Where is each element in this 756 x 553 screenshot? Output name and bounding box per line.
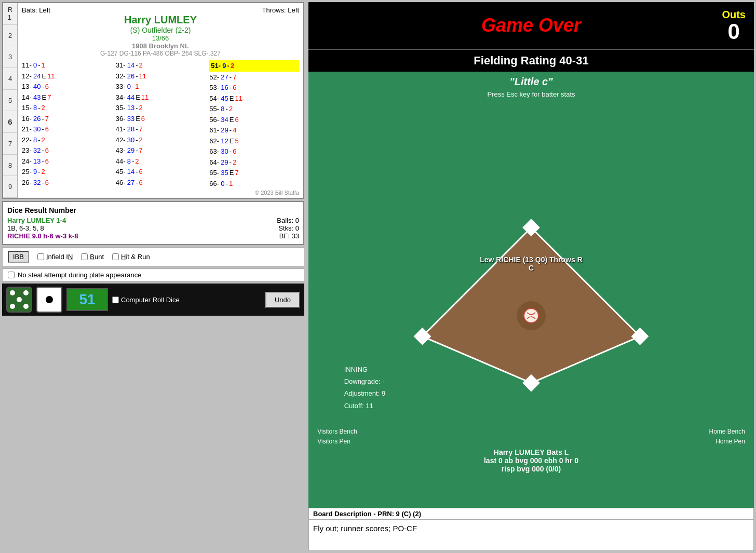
bunt-label: Bunt: [90, 253, 104, 261]
row-9: 9: [3, 176, 17, 198]
player-name: Harry LUMLEY: [22, 14, 299, 26]
comp-roll-checkbox-row[interactable]: Computer Roll Dice: [112, 296, 180, 304]
home-bench-label: Home Bench: [709, 427, 745, 437]
dice-col-2: 31-14 - 2 32-26 - 11 33-0 - 1 34-44E 11 …: [116, 60, 206, 188]
player-position: (S) Outfielder (2-2): [22, 26, 299, 34]
dice-row-highlighted: 51-9 - 2: [209, 60, 299, 72]
dice-row: 45-14 - 6: [116, 167, 206, 177]
row-7: 7: [3, 133, 17, 155]
dice-row: 61-29 - 4: [209, 125, 299, 136]
dice-row: 62-12E 5: [209, 136, 299, 146]
left-panel: R1 2 3 4 5 6 7 8 9 Bats: Left Throws: Le…: [0, 0, 306, 553]
batter-stats: last 0 ab bvg 000 ebh 0 hr 0: [484, 456, 578, 465]
copyright: © 2023 Bill Staffa: [22, 190, 299, 196]
dice-face-left: [6, 287, 32, 313]
card-content: Bats: Left Throws: Left Harry LUMLEY (S)…: [18, 3, 303, 198]
row-2: 2: [3, 25, 17, 47]
dice-row: 34-44E 11: [116, 92, 206, 103]
batter-info: Harry LUMLEY Bats L last 0 ab bvg 000 eb…: [484, 448, 578, 473]
dice-row: 13-40 - 6: [22, 82, 112, 92]
ibb-button[interactable]: IBB: [8, 251, 29, 263]
fielder-label: Lew RICHIE (13 Q0) Throws R C: [480, 255, 583, 272]
player-stats: 13/66: [22, 34, 299, 42]
batter-name: Harry LUMLEY Bats L: [484, 448, 578, 456]
infield-in-option[interactable]: Infield IN: [37, 253, 73, 261]
row-numbers: R1 2 3 4 5 6 7 8 9: [3, 3, 18, 198]
home-pen-label: Home Pen: [709, 437, 745, 447]
comp-roll-checkbox[interactable]: [112, 296, 119, 303]
single-dot: [46, 296, 53, 303]
dice-row: 36-33E 6: [116, 114, 206, 124]
comp-roll-label: Computer Roll Dice: [121, 296, 180, 304]
dice-row: 24-13 - 6: [22, 156, 112, 167]
dice-row: 64-29 - 2: [209, 157, 299, 168]
dice-row: 31-14 - 2: [116, 60, 206, 71]
dice-row: 56-34E 6: [209, 115, 299, 125]
downgrade: Downgrade: -: [344, 375, 386, 387]
dice-number-display: 51: [66, 288, 108, 311]
infield-in-label: Infield IN: [46, 253, 73, 261]
computer-roll-section: Computer Roll Dice: [112, 296, 180, 304]
dice-row: 43-29 - 7: [116, 145, 206, 156]
player-card: R1 2 3 4 5 6 7 8 9 Bats: Left Throws: Le…: [2, 2, 304, 199]
dice-result-right-col: Balls: 0 Stks: 0 BF: 33: [258, 217, 299, 240]
row-5: 5: [3, 90, 17, 112]
dice-row: 54-45E 11: [209, 93, 299, 104]
visitors-bench-label: Visitors Bench: [317, 427, 357, 437]
right-panel: Game Over Outs 0 Fielding Rating 40-31 "…: [306, 0, 756, 553]
board-desc-content: Fly out; runner scores; PO-CF: [308, 520, 754, 551]
bunt-option[interactable]: Bunt: [81, 253, 104, 261]
hit-run-option[interactable]: Hit & Run: [112, 253, 150, 261]
dot: [10, 290, 15, 295]
dice-result-left: Harry LUMLEY 1-4 1B, 6-3, 5, 8 RICHIE 9.…: [7, 217, 253, 240]
adjustment: Adjustment: 9: [344, 387, 386, 399]
no-steal-checkbox[interactable]: [8, 272, 15, 278]
bf-label: BF: 33: [279, 232, 299, 240]
cutoff: Cutoff: 11: [344, 400, 386, 412]
row-8: 8: [3, 155, 17, 177]
dice-row: 55-8 - 2: [209, 104, 299, 114]
bunt-checkbox[interactable]: [81, 253, 88, 260]
dot: [23, 290, 29, 295]
dice-result-info: 1B, 6-3, 5, 8: [7, 224, 253, 232]
dot: [23, 304, 29, 309]
board-desc-header: Board Description - PRN: 9 (C) (2): [308, 508, 754, 520]
dice-row: 35-13 - 2: [116, 103, 206, 113]
dice-result-title: Dice Result Number: [7, 206, 299, 214]
bats-throws: Bats: Left Throws: Left: [22, 6, 299, 14]
dice-row: 65-35E 7: [209, 168, 299, 178]
home-bench: Home Bench Home Pen: [709, 427, 745, 447]
dice-row: 23-32 - 6: [22, 145, 112, 156]
dice-row: 21-30 - 6: [22, 124, 112, 134]
visitors-pen-label: Visitors Pen: [317, 437, 357, 447]
dice-table: 11-0 - 1 12-24E 11 13-40 - 6 14-43E 7 15…: [22, 60, 299, 188]
dot: [10, 304, 15, 309]
throws-label: Throws: Left: [262, 6, 299, 14]
dice-row: 16-26 - 7: [22, 114, 112, 124]
fielder-pos: C: [480, 264, 583, 272]
batter-risp: risp bvg 000 (0/0): [484, 465, 578, 473]
no-steal-row: No steal attempt during plate appearance: [2, 268, 304, 281]
dice-row: 53-16 - 6: [209, 83, 299, 93]
dice-row: 25-9 - 2: [22, 167, 112, 177]
infield-in-checkbox[interactable]: [37, 253, 44, 260]
options-row: IBB Infield IN Bunt Hit & Run: [2, 247, 304, 266]
row-1: R1: [3, 3, 17, 25]
dice-row: 63-30 - 6: [209, 146, 299, 157]
hit-run-checkbox[interactable]: [112, 253, 119, 260]
fielding-header: Fielding Rating 40-31: [308, 49, 754, 72]
player-team: 1908 Brooklyn NL: [22, 42, 299, 50]
dice-row: 26-32 - 6: [22, 178, 112, 188]
row-6: 6: [3, 111, 17, 133]
dice-row: 42-30 - 2: [116, 135, 206, 145]
card-header: Bats: Left Throws: Left Harry LUMLEY (S)…: [22, 5, 299, 58]
dice-row: 46-27 - 6: [116, 178, 206, 188]
balls-label: Balls: 0: [277, 217, 299, 224]
undo-button[interactable]: Undo: [265, 292, 300, 308]
dice-row: 33-0 - 1: [116, 82, 206, 92]
dot-center: [17, 297, 22, 302]
row-3: 3: [3, 46, 17, 68]
svg-point-9: [524, 308, 538, 323]
outs-value: 0: [728, 21, 740, 43]
no-steal-label: No steal attempt during plate appearance: [18, 271, 142, 279]
